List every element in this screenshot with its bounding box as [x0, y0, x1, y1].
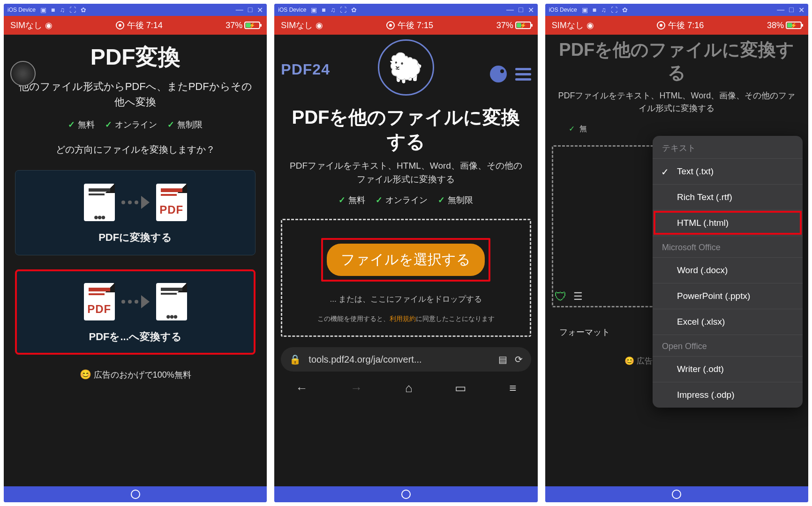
gear-icon[interactable]: ✿ — [81, 6, 86, 14]
lock-icon: 🔒 — [289, 354, 301, 365]
home-icon[interactable] — [131, 490, 140, 499]
pdf24-mascot-icon: 🐑 — [378, 39, 434, 96]
page-title: PDFを他のファイルに変換する — [545, 35, 808, 85]
check-icon: ✓ — [105, 119, 112, 130]
gear-icon[interactable]: ✿ — [351, 6, 357, 14]
card-from-pdf[interactable]: PDF ••• PDFを...へ変換する — [15, 269, 256, 355]
theme-icon[interactable] — [490, 66, 507, 82]
check-icon: ✓ — [167, 119, 174, 130]
battery-icon: ⚡ — [515, 22, 531, 29]
wifi-icon: ◉ — [45, 20, 53, 30]
select-file-button[interactable]: ファイルを選択する — [327, 244, 485, 276]
headphones-icon[interactable]: ♫ — [331, 6, 336, 14]
recording-icon — [116, 21, 124, 30]
shield-icon[interactable]: 🛡 — [555, 290, 567, 304]
emulator-window-3: iOS Device ▣ ■ ♫ ⛶ ✿ — □ ✕ SIMなし ◉ 午後 7:… — [545, 4, 808, 502]
vr-icon[interactable]: ▭ — [455, 381, 466, 395]
format-label: フォーマット — [559, 327, 610, 338]
close-icon[interactable]: ✕ — [528, 6, 534, 15]
popup-section-header: テキスト — [653, 136, 803, 158]
popup-item-odt[interactable]: Writer (.odt) — [653, 356, 803, 382]
popup-section-header: Microsoft Office — [653, 236, 803, 257]
battery-icon: ⚡ — [786, 22, 802, 29]
highlight-box: ファイルを選択する — [321, 238, 490, 282]
popup-item-odp[interactable]: Impress (.odp) — [653, 382, 803, 408]
menu-icon[interactable] — [515, 68, 531, 81]
generic-file-icon: ••• — [156, 283, 187, 320]
camera-icon[interactable]: ▣ — [582, 6, 588, 14]
menu-icon[interactable]: ≡ — [509, 381, 516, 395]
video-icon[interactable]: ■ — [593, 6, 596, 14]
home-icon[interactable]: ⌂ — [405, 381, 413, 395]
url-text: tools.pdf24.org/ja/convert... — [308, 354, 490, 365]
check-icon: ✓ — [338, 195, 346, 205]
file-dropzone[interactable]: ファイルを選択する ... または、ここにファイルをドロップする この機能を使用… — [281, 219, 531, 337]
home-icon[interactable] — [672, 490, 681, 499]
clock-label: 午後 7:14 — [127, 20, 163, 31]
popup-item-txt[interactable]: Text (.txt) — [653, 158, 803, 184]
feature-row: ✓無料 ✓オンライン ✓無制限 — [4, 119, 267, 130]
fullscreen-icon[interactable]: ⛶ — [69, 6, 76, 14]
wifi-icon: ◉ — [316, 20, 323, 30]
card-label: PDFを...へ変換する — [25, 330, 246, 344]
pdf24-logo[interactable]: PDF24 — [281, 61, 330, 78]
headphones-icon[interactable]: ♫ — [601, 6, 606, 14]
browser-url-bar[interactable]: 🔒 tools.pdf24.org/ja/convert... ▤ ⟳ — [281, 347, 531, 372]
camera-icon[interactable]: ▣ — [311, 6, 317, 14]
home-icon[interactable] — [401, 490, 411, 499]
fullscreen-icon[interactable]: ⛶ — [611, 6, 617, 14]
maximize-icon[interactable]: □ — [789, 6, 794, 15]
reader-icon[interactable]: ▤ — [498, 354, 507, 365]
page-subtitle: PDFファイルをテキスト、HTML、Word、画像、その他のファイル形式に変換す… — [545, 85, 808, 119]
pdf-file-icon: PDF — [84, 283, 115, 320]
video-icon[interactable]: ■ — [51, 6, 55, 14]
feature-row: ✓無料 ✓オンライン ✓無制限 — [274, 194, 537, 206]
ios-status-bar: SIMなし ◉ 午後 7:15 37% ⚡ — [274, 16, 537, 35]
format-popup: テキスト Text (.txt) Rich Text (.rtf) HTML (… — [653, 136, 803, 408]
terms-link[interactable]: 利用規約 — [390, 315, 416, 322]
popup-item-html[interactable]: HTML (.html) — [653, 210, 803, 236]
android-navbar — [4, 486, 267, 502]
emulator-window-1: iOS Device ▣ ■ ♫ ⛶ ✿ — □ ✕ SIMなし ◉ 午後 7:… — [4, 4, 267, 502]
ios-status-bar: SIMなし ◉ 午後 7:16 38% ⚡ — [545, 16, 808, 35]
sim-label: SIMなし — [10, 20, 42, 31]
card-label: PDFに変換する — [25, 231, 246, 245]
arrow-icon — [121, 295, 150, 308]
direction-question: どの方向にファイルを変換しますか？ — [4, 143, 267, 156]
pdf-file-icon: PDF — [156, 184, 187, 221]
minimize-icon[interactable]: — — [236, 6, 243, 15]
close-icon[interactable]: ✕ — [798, 6, 804, 15]
smile-icon: 😊 — [624, 357, 634, 365]
popup-item-rtf[interactable]: Rich Text (.rtf) — [653, 184, 803, 210]
minimize-icon[interactable]: — — [506, 6, 514, 15]
maximize-icon[interactable]: □ — [519, 6, 523, 15]
popup-item-pptx[interactable]: PowerPoint (.pptx) — [653, 283, 803, 309]
check-icon: ✓ — [569, 124, 575, 134]
footer-ad-label: 😊 広告のおかげで100%無料 — [4, 369, 267, 380]
avatar-placeholder — [10, 61, 36, 86]
dropzone-or-label: ... または、ここにファイルをドロップする — [292, 294, 520, 305]
battery-icon: ⚡ — [244, 22, 260, 29]
card-to-pdf[interactable]: ••• PDF PDFに変換する — [15, 170, 256, 255]
headphones-icon[interactable]: ♫ — [60, 6, 65, 14]
android-navbar — [274, 486, 537, 502]
camera-icon[interactable]: ▣ — [40, 6, 46, 14]
popup-item-xlsx[interactable]: Excel (.xlsx) — [653, 309, 803, 335]
list-icon[interactable]: ☰ — [573, 290, 583, 303]
reload-icon[interactable]: ⟳ — [515, 354, 523, 365]
maximize-icon[interactable]: □ — [248, 6, 253, 15]
video-icon[interactable]: ■ — [322, 6, 325, 14]
close-icon[interactable]: ✕ — [257, 6, 263, 15]
minimize-icon[interactable]: — — [777, 6, 784, 15]
emulator-device-label: iOS Device — [8, 7, 36, 13]
gear-icon[interactable]: ✿ — [622, 6, 628, 14]
emulator-titlebar: iOS Device ▣ ■ ♫ ⛶ ✿ — □ ✕ — [4, 4, 267, 16]
recording-icon — [386, 21, 395, 30]
generic-file-icon: ••• — [84, 184, 115, 221]
emulator-titlebar: iOS Device ▣ ■ ♫ ⛶ ✿ — □ ✕ — [545, 4, 808, 16]
feature-row: ✓ 無 — [569, 124, 808, 134]
popup-item-docx[interactable]: Word (.docx) — [653, 257, 803, 283]
emulator-titlebar: iOS Device ▣ ■ ♫ ⛶ ✿ — □ ✕ — [274, 4, 537, 16]
fullscreen-icon[interactable]: ⛶ — [340, 6, 346, 14]
back-icon[interactable]: ← — [296, 381, 308, 395]
